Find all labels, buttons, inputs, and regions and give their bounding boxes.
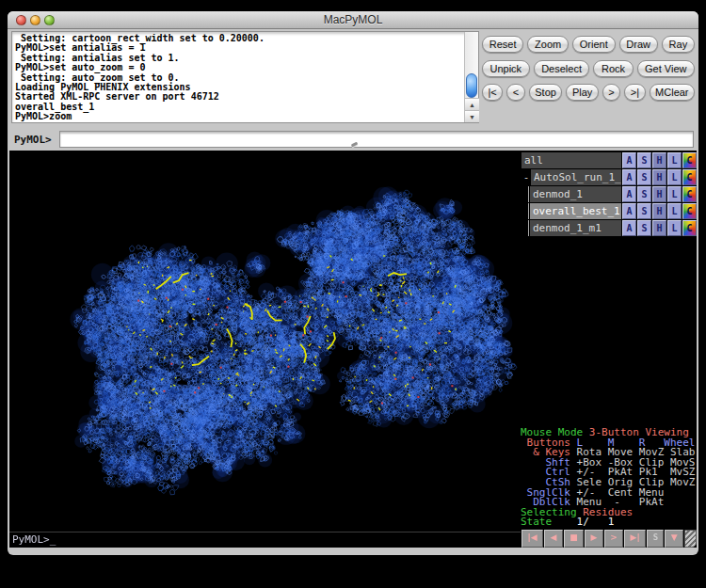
tree-indent: [521, 186, 529, 202]
show-menu-button[interactable]: S: [637, 152, 651, 168]
hide-menu-button[interactable]: H: [652, 186, 666, 202]
button-unpick[interactable]: Unpick: [482, 60, 530, 77]
color-menu-button[interactable]: C: [682, 169, 697, 185]
console-text: Setting: cartoon_rect_width set to 0.200…: [15, 34, 462, 121]
color-menu-button[interactable]: C: [682, 186, 697, 202]
forward-button[interactable]: >: [604, 530, 623, 548]
play-button[interactable]: ▶: [585, 530, 603, 548]
action-menu-button[interactable]: A: [622, 169, 636, 185]
state-button[interactable]: S: [647, 530, 664, 548]
window-title: MacPyMOL: [8, 13, 698, 26]
hide-menu-button[interactable]: H: [652, 203, 666, 219]
button-row-movie: |<<StopPlay>>|MClear: [482, 84, 695, 101]
button-[interactable]: >: [602, 84, 620, 101]
color-menu-button[interactable]: C: [682, 152, 697, 168]
stop-movie-button[interactable]: ■: [564, 530, 584, 548]
object-row: -AutoSol_run_1_ASHLC: [521, 169, 697, 185]
show-menu-button[interactable]: S: [637, 220, 651, 236]
action-menu-button[interactable]: A: [622, 152, 636, 168]
label-menu-button[interactable]: L: [667, 203, 682, 219]
resize-grip-icon[interactable]: [684, 530, 697, 548]
object-row: allASHLC: [521, 152, 697, 168]
hide-menu-button[interactable]: H: [652, 220, 666, 236]
console-line: PyMOL>zoom: [15, 112, 462, 121]
command-input[interactable]: [59, 131, 694, 148]
label-menu-button[interactable]: L: [667, 220, 682, 236]
mouse-mode-panel: Mouse Mode 3-Button Viewing Buttons L M …: [521, 428, 697, 528]
gl-viewer-area: PyMOL>_ allASHLC-AutoSol_run_1_ASHLCdenm…: [9, 151, 697, 548]
button-play[interactable]: Play: [566, 84, 598, 101]
console-scrollbar[interactable]: ▲ ▼: [464, 32, 478, 122]
command-prompt-label: PyMOL>: [14, 134, 52, 146]
rewind-button[interactable]: |◀: [521, 530, 543, 548]
button-zoom[interactable]: Zoom: [527, 36, 569, 53]
console-line: overall_best_1: [15, 103, 462, 112]
object-name-AutoSol_run_1_[interactable]: AutoSol_run_1_: [531, 169, 621, 185]
macpymol-window: MacPyMOL Setting: cartoon_rect_width set…: [8, 11, 698, 555]
button-row-select: UnpickDeselectRockGet View: [482, 60, 695, 77]
scroll-down-icon[interactable]: ▼: [465, 110, 479, 122]
hide-menu-button[interactable]: H: [652, 169, 666, 185]
back-button[interactable]: ◀: [544, 530, 563, 548]
label-menu-button[interactable]: L: [667, 169, 682, 185]
button-[interactable]: |<: [482, 84, 503, 101]
object-row: denmod_1_m1ASHLC: [521, 220, 697, 236]
title-bar[interactable]: MacPyMOL: [8, 11, 698, 29]
tree-indent: [521, 203, 529, 219]
button-[interactable]: >|: [624, 84, 645, 101]
color-menu-button[interactable]: C: [682, 220, 697, 236]
object-name-overall_best_1[interactable]: overall_best_1: [530, 203, 621, 219]
hide-menu-button[interactable]: H: [652, 152, 666, 168]
movie-playback-bar: |◀◀■▶>▶|S▼: [521, 530, 697, 548]
menu-dropdown-button[interactable]: ▼: [665, 530, 683, 548]
end-button[interactable]: ▶|: [624, 530, 646, 548]
internal-prompt[interactable]: PyMOL>_: [9, 532, 521, 548]
button-[interactable]: <: [506, 84, 524, 101]
scrollbar-thumb[interactable]: [466, 73, 477, 98]
scroll-up-icon[interactable]: ▲: [465, 98, 479, 110]
button-rock[interactable]: Rock: [593, 60, 633, 77]
molecule-viewport[interactable]: [9, 152, 521, 533]
object-row: overall_best_1ASHLC: [521, 203, 697, 219]
object-name-denmod_1[interactable]: denmod_1: [530, 186, 621, 202]
button-getview[interactable]: Get View: [637, 60, 695, 77]
button-deselect[interactable]: Deselect: [534, 60, 590, 77]
button-ray[interactable]: Ray: [662, 36, 695, 53]
button-row-view: ResetZoomOrientDrawRay: [482, 36, 695, 53]
group-collapse-toggle[interactable]: -: [521, 169, 531, 185]
button-draw[interactable]: Draw: [619, 36, 658, 53]
button-reset[interactable]: Reset: [482, 36, 523, 53]
button-orient[interactable]: Orient: [572, 36, 616, 53]
object-name-denmod_1_m1[interactable]: denmod_1_m1: [530, 220, 621, 236]
tree-indent: [521, 220, 529, 236]
console-output: Setting: cartoon_rect_width set to 0.200…: [11, 31, 479, 123]
button-stop[interactable]: Stop: [529, 84, 563, 101]
action-menu-button[interactable]: A: [622, 203, 636, 219]
color-menu-button[interactable]: C: [682, 203, 697, 219]
action-menu-button[interactable]: A: [622, 220, 636, 236]
show-menu-button[interactable]: S: [637, 169, 651, 185]
object-name-all[interactable]: all: [521, 152, 621, 168]
label-menu-button[interactable]: L: [667, 152, 682, 168]
object-panel: allASHLC-AutoSol_run_1_ASHLCdenmod_1ASHL…: [521, 151, 697, 548]
mouse-panel-line: State 1/ 1: [521, 517, 697, 528]
show-menu-button[interactable]: S: [637, 203, 651, 219]
label-menu-button[interactable]: L: [667, 186, 682, 202]
action-menu-button[interactable]: A: [622, 186, 636, 202]
object-list: allASHLC-AutoSol_run_1_ASHLCdenmod_1ASHL…: [521, 152, 697, 237]
button-mclear[interactable]: MClear: [650, 84, 695, 101]
show-menu-button[interactable]: S: [637, 186, 651, 202]
object-row: denmod_1ASHLC: [521, 186, 697, 202]
